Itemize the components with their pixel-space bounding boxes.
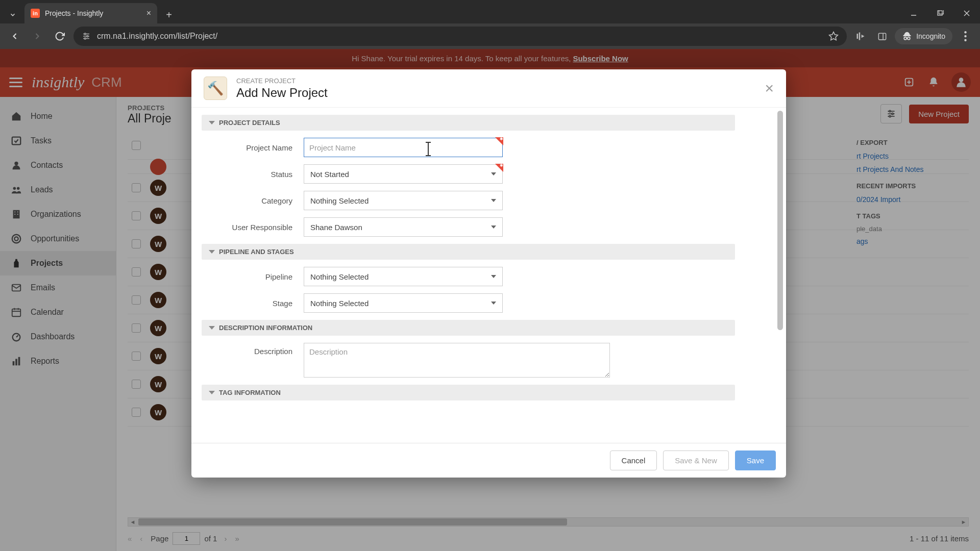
maximize-button[interactable] (927, 3, 953, 23)
modal-supertitle: CREATE PROJECT (236, 77, 328, 85)
svg-rect-14 (878, 33, 886, 40)
svg-rect-1 (938, 11, 942, 15)
status-select[interactable]: Not Started (304, 164, 503, 184)
browser-chrome: in Projects - Insightly × + crm.na1.insi… (0, 0, 980, 49)
category-select[interactable]: Nothing Selected (304, 191, 503, 210)
close-window-button[interactable] (953, 3, 980, 23)
project-name-input[interactable] (304, 138, 503, 157)
tab-title: Projects - Insightly (45, 9, 103, 17)
description-label: Description (202, 343, 304, 356)
section-tags[interactable]: TAG INFORMATION (202, 385, 735, 400)
tab-favicon: in (31, 9, 40, 18)
save-button[interactable]: Save (735, 450, 776, 470)
svg-point-20 (964, 35, 966, 37)
svg-point-10 (84, 38, 86, 39)
modal-close-button[interactable]: × (765, 80, 774, 97)
chevron-down-icon (491, 302, 496, 305)
bookmark-icon[interactable] (828, 31, 839, 41)
status-label: Status (202, 170, 304, 179)
url-text: crm.na1.insightly.com/list/Project/ (97, 32, 217, 41)
media-control-icon[interactable] (852, 28, 869, 45)
tab-bar: in Projects - Insightly × + (0, 0, 980, 23)
tab-search-button[interactable] (4, 6, 21, 23)
stage-select[interactable]: Nothing Selected (304, 293, 503, 313)
cancel-button[interactable]: Cancel (610, 450, 657, 470)
tab-close-icon[interactable]: × (146, 9, 151, 18)
user-responsible-select[interactable]: Shane Dawson (304, 217, 503, 237)
section-pipeline[interactable]: PIPELINE AND STAGES (202, 244, 735, 260)
chevron-down-icon (209, 326, 215, 330)
incognito-label: Incognito (916, 32, 945, 40)
pipeline-label: Pipeline (202, 272, 304, 281)
hammer-icon: 🔨 (204, 77, 227, 100)
project-name-label: Project Name (202, 143, 304, 152)
stage-label: Stage (202, 299, 304, 308)
svg-marker-11 (829, 32, 838, 40)
section-description[interactable]: DESCRIPTION INFORMATION (202, 320, 735, 336)
chevron-down-icon (491, 199, 496, 202)
svg-rect-13 (859, 33, 861, 40)
incognito-badge[interactable]: Incognito (895, 28, 952, 44)
window-controls (900, 3, 980, 23)
chevron-down-icon (491, 172, 496, 176)
minimize-button[interactable] (900, 3, 927, 23)
svg-point-21 (964, 39, 966, 41)
modal-body: PROJECT DETAILS Project Name Status Not … (191, 108, 786, 443)
create-project-modal: 🔨 CREATE PROJECT Add New Project × PROJE… (191, 69, 786, 478)
text-cursor-icon (428, 143, 429, 155)
browser-tab[interactable]: in Projects - Insightly × (24, 3, 157, 23)
reload-button[interactable] (51, 28, 68, 45)
required-indicator (495, 164, 503, 172)
required-indicator (495, 137, 503, 145)
chevron-down-icon (209, 391, 215, 394)
chevron-down-icon (491, 226, 496, 229)
description-textarea[interactable] (304, 343, 610, 378)
svg-point-8 (84, 33, 86, 35)
category-label: Category (202, 196, 304, 205)
modal-header: 🔨 CREATE PROJECT Add New Project × (191, 69, 786, 108)
url-bar[interactable]: crm.na1.insightly.com/list/Project/ (74, 27, 847, 46)
forward-button[interactable] (29, 28, 46, 45)
new-tab-button[interactable]: + (160, 6, 178, 23)
chevron-down-icon (209, 250, 215, 254)
chevron-down-icon (491, 275, 496, 278)
incognito-icon (902, 31, 912, 41)
site-settings-icon[interactable] (82, 32, 91, 41)
modal-title: Add New Project (236, 86, 328, 100)
chevron-down-icon (209, 121, 215, 124)
browser-menu-button[interactable] (957, 28, 974, 45)
svg-point-16 (904, 37, 906, 40)
back-button[interactable] (6, 28, 23, 45)
pipeline-select[interactable]: Nothing Selected (304, 267, 503, 286)
svg-point-9 (87, 36, 88, 37)
save-and-new-button[interactable]: Save & New (663, 450, 729, 470)
svg-point-19 (964, 31, 966, 33)
svg-rect-12 (857, 34, 859, 39)
side-panel-icon[interactable] (873, 28, 891, 45)
modal-footer: Cancel Save & New Save (191, 443, 786, 478)
section-project-details[interactable]: PROJECT DETAILS (202, 115, 735, 131)
user-responsible-label: User Responsible (202, 223, 304, 232)
svg-point-17 (908, 37, 910, 40)
address-bar: crm.na1.insightly.com/list/Project/ Inco… (0, 23, 980, 49)
app-viewport: Hi Shane. Your trial expires in 14 days.… (0, 49, 980, 551)
modal-scrollbar-thumb[interactable] (777, 111, 783, 330)
